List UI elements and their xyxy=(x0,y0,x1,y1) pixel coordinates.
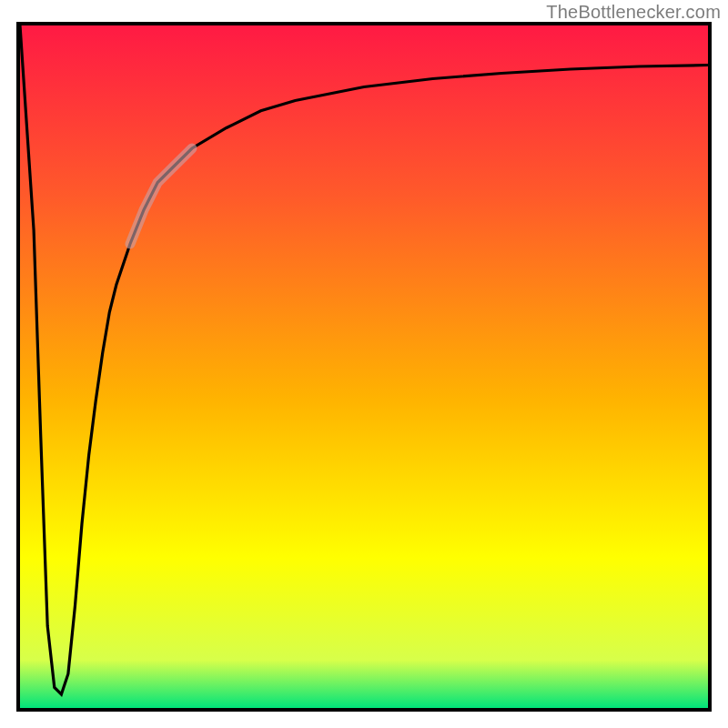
attribution-text: TheBottlenecker.com xyxy=(546,2,721,23)
chart-svg xyxy=(0,0,728,728)
axis-frame-left xyxy=(16,22,20,712)
axis-frame-right xyxy=(708,22,712,712)
axis-frame-bottom xyxy=(16,708,712,712)
plot-gradient-bg xyxy=(20,25,708,708)
